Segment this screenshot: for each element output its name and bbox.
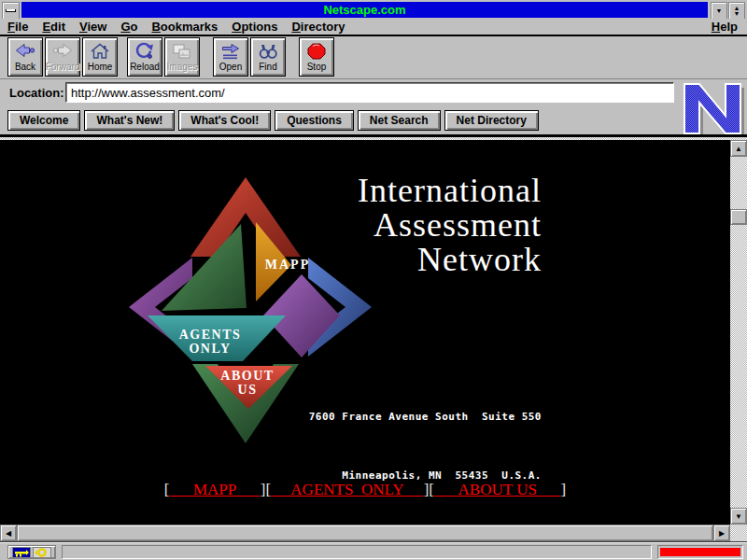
back-label: Back: [15, 62, 35, 72]
house-icon: [89, 42, 111, 61]
menu-edit[interactable]: Edit: [42, 20, 65, 34]
images-label: Images: [167, 62, 198, 72]
toolbar-group-reload: Reload Images: [127, 37, 200, 77]
progress-meter: [657, 545, 743, 559]
whats-new-button[interactable]: What's New!: [84, 110, 175, 131]
progress-bar-fill: [660, 548, 740, 556]
logo-about-label-line2: US: [238, 383, 258, 397]
location-input[interactable]: [65, 82, 674, 103]
forward-button[interactable]: Forward: [45, 37, 80, 77]
binoculars-icon: [257, 42, 279, 61]
logo-chevron-top-red: [190, 177, 301, 257]
picture-frames-icon: [171, 42, 193, 61]
whats-cool-button[interactable]: What's Cool!: [178, 110, 271, 131]
address-block: 7600 France Avenue South Suite 550 Minne…: [309, 368, 542, 525]
page-link-row: [ MAPP ][ AGENTS ONLY ][ ABOUT US ]: [0, 481, 730, 499]
logo-agents-label-line1: AGENTS: [179, 328, 242, 342]
home-button[interactable]: Home: [82, 37, 118, 77]
toolbar-separator: [0, 78, 747, 79]
reload-circular-arrow-icon: [134, 42, 156, 61]
menu-file[interactable]: File: [7, 20, 28, 34]
minimize-icon: ▼: [716, 8, 723, 14]
stop-label: Stop: [307, 62, 327, 72]
minimize-button[interactable]: ▼: [711, 2, 727, 20]
logo-inner-green-triangle: [162, 224, 247, 311]
net-directory-button[interactable]: Net Directory: [444, 110, 539, 131]
reload-label: Reload: [130, 62, 160, 72]
open-label: Open: [219, 62, 242, 72]
broken-key-icon: [12, 547, 51, 558]
images-button[interactable]: Images: [164, 37, 200, 77]
forward-arrow-icon: [51, 42, 74, 61]
window-title: Netscape.com: [21, 2, 708, 18]
heading-line-2: Assessment: [358, 208, 542, 243]
logo-agents-label-line2: ONLY: [189, 342, 231, 356]
status-message-field: [62, 545, 652, 559]
scroll-right-icon: ▶: [719, 529, 725, 538]
horizontal-scroll-thumb[interactable]: [17, 525, 713, 541]
toolbar-group-nav: Back Forward Home: [7, 37, 118, 77]
menu-help[interactable]: Help: [712, 20, 738, 34]
bracket-close: ]: [561, 481, 567, 498]
reload-button[interactable]: Reload: [127, 37, 162, 77]
menu-bookmarks[interactable]: Bookmarks: [151, 20, 218, 34]
welcome-button[interactable]: Welcome: [7, 110, 80, 131]
netscape-window: Netscape.com ▼ ▲ ▼ File Edit View Go Boo…: [0, 0, 747, 560]
vertical-scroll-thumb[interactable]: [730, 209, 747, 225]
heading-line-1: International: [358, 174, 542, 208]
agents-only-link[interactable]: AGENTS ONLY: [271, 481, 424, 498]
address-street: 7600 France Avenue South Suite 550: [309, 407, 542, 427]
browser-page: MAPP AGENTS ONLY ABOUT US International …: [0, 140, 730, 525]
scroll-up-button[interactable]: ▲: [730, 140, 747, 157]
back-arrow-icon: [14, 42, 36, 61]
security-key-button[interactable]: [7, 545, 56, 559]
control-menu-icon: [6, 9, 16, 12]
restore-down-icon: ▼: [734, 11, 740, 17]
scroll-up-icon: ▲: [735, 145, 742, 153]
netscape-n-logo[interactable]: [681, 80, 744, 137]
toolbar: Back Forward Home: [0, 36, 747, 78]
mapp-link[interactable]: MAPP: [169, 481, 260, 498]
company-heading: International Assessment Network: [358, 174, 542, 277]
forward-label: Forward: [46, 62, 80, 72]
vertical-scrollbar: ▲ ▼: [730, 140, 747, 525]
control-menu-button[interactable]: [2, 2, 20, 20]
title-bar: Netscape.com ▼ ▲ ▼: [2, 2, 745, 18]
net-search-button[interactable]: Net Search: [358, 110, 441, 131]
menu-go[interactable]: Go: [120, 20, 137, 34]
scroll-down-icon: ▼: [735, 512, 742, 521]
scroll-left-button[interactable]: ◀: [0, 525, 17, 541]
logo-mapp-label[interactable]: MAPP: [265, 258, 310, 272]
stop-button[interactable]: Stop: [299, 37, 334, 77]
questions-button[interactable]: Questions: [275, 110, 354, 131]
scroll-down-button[interactable]: ▼: [730, 508, 747, 525]
open-button[interactable]: Open: [213, 37, 248, 77]
find-label: Find: [259, 62, 276, 72]
scroll-left-icon: ◀: [6, 529, 11, 538]
n-logo-letter: [684, 84, 740, 133]
logo-about-label-line1: ABOUT: [220, 369, 274, 383]
toolbar-group-stop: Stop: [299, 37, 334, 77]
restore-button[interactable]: ▲ ▼: [728, 2, 745, 20]
about-us-link[interactable]: ABOUT US: [434, 481, 561, 498]
red-stop-sign-icon: [305, 42, 328, 61]
location-label: Location:: [9, 86, 64, 100]
toolbar-group-open-find: Open Find: [213, 37, 286, 77]
find-button[interactable]: Find: [250, 37, 286, 77]
directory-button-bar: Welcome What's New! What's Cool! Questio…: [7, 110, 539, 131]
status-bar: [0, 542, 747, 560]
heading-line-3: Network: [358, 243, 542, 277]
menu-options[interactable]: Options: [232, 20, 277, 34]
horizontal-scrollbar: ◀ ▶: [0, 525, 730, 541]
menu-directory[interactable]: Directory: [291, 20, 345, 34]
scroll-right-button[interactable]: ▶: [713, 525, 730, 541]
scrollbar-corner: [730, 525, 747, 541]
menu-view[interactable]: View: [79, 20, 106, 34]
open-arrow-document-icon: [219, 42, 242, 61]
menu-bar: File Edit View Go Bookmarks Options Dire…: [2, 19, 745, 35]
back-button[interactable]: Back: [7, 37, 43, 77]
home-label: Home: [88, 62, 113, 72]
